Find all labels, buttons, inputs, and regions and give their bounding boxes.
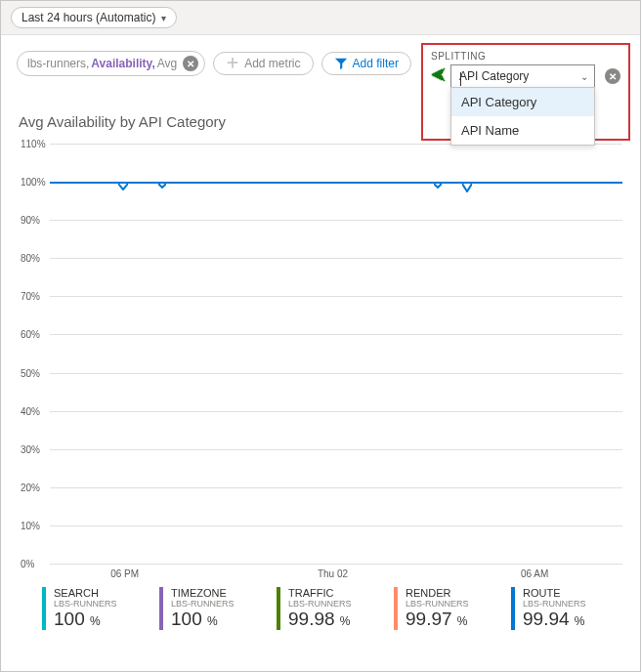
legend-value: 100	[54, 609, 85, 629]
metric-pill[interactable]: lbs-runners, Availability, Avg ✕	[17, 51, 205, 76]
remove-metric-icon[interactable]: ✕	[183, 56, 198, 71]
timerange-pill[interactable]: Last 24 hours (Automatic) ▾	[11, 7, 177, 28]
remove-splitting-icon[interactable]: ✕	[605, 68, 620, 84]
gridline	[50, 258, 622, 259]
legend-color-bar	[394, 587, 398, 630]
gridline	[50, 564, 622, 565]
splitting-label: SPLITTING	[431, 51, 620, 62]
x-tick: Thu 02	[318, 568, 348, 579]
legend-sublabel: LBS-RUNNERS	[288, 599, 352, 609]
gridline	[50, 334, 622, 335]
y-tick: 30%	[21, 443, 40, 454]
add-filter-label: Add filter	[353, 57, 399, 70]
gridline	[50, 220, 622, 221]
y-tick: 60%	[21, 329, 40, 340]
plus-sparkle-icon	[226, 57, 239, 70]
dip	[434, 184, 442, 189]
legend-unit: %	[90, 614, 101, 628]
chevron-down-icon: ▾	[161, 13, 166, 23]
filter-icon	[334, 57, 348, 70]
legend-value: 99.98	[288, 609, 335, 629]
y-tick: 0%	[21, 559, 34, 569]
controls-row: lbs-runners, Availability, Avg ✕ Add met…	[1, 35, 640, 86]
legend-category: SEARCH	[54, 587, 117, 599]
add-metric-label: Add metric	[244, 57, 300, 70]
metric-name: Availability,	[89, 57, 156, 70]
legend-sublabel: LBS-RUNNERS	[171, 599, 235, 609]
gridline	[50, 487, 622, 488]
legend-unit: %	[207, 614, 218, 628]
collapse-splitting-icon[interactable]: ⮜	[431, 67, 447, 85]
splitting-dropdown: API Category API Name	[450, 87, 595, 146]
dip	[118, 184, 126, 189]
add-metric-button[interactable]: Add metric	[213, 52, 313, 75]
add-filter-button[interactable]: Add filter	[321, 52, 411, 75]
legend-sublabel: LBS-RUNNERS	[523, 599, 586, 609]
dip	[462, 184, 470, 189]
gridline	[50, 449, 622, 450]
dropdown-option[interactable]: API Name	[451, 116, 594, 145]
x-tick: 06 AM	[521, 568, 548, 579]
y-tick: 80%	[21, 253, 40, 264]
legend-value: 99.97	[406, 609, 452, 629]
x-tick: 06 PM	[110, 568, 139, 579]
legend-item[interactable]: RENDER LBS-RUNNERS 99.97 %	[394, 587, 495, 631]
y-tick: 40%	[21, 405, 40, 416]
legend-item[interactable]: TRAFFIC LBS-RUNNERS 99.98 %	[277, 587, 378, 631]
legend-item[interactable]: ROUTE LBS-RUNNERS 99.94 %	[511, 587, 613, 631]
y-tick: 90%	[21, 215, 40, 226]
legend-category: ROUTE	[523, 587, 586, 599]
data-line	[50, 182, 622, 184]
y-tick: 70%	[21, 291, 40, 302]
legend-item[interactable]: SEARCH LBS-RUNNERS 100 %	[42, 587, 144, 631]
legend-unit: %	[457, 614, 468, 628]
legend-category: RENDER	[406, 587, 469, 599]
gridline	[50, 411, 622, 412]
legend-color-bar	[42, 587, 46, 630]
top-toolbar: Last 24 hours (Automatic) ▾	[1, 1, 640, 35]
metric-agg: Avg	[157, 57, 177, 70]
legend-sublabel: LBS-RUNNERS	[54, 599, 117, 609]
dip	[158, 184, 166, 189]
chart-area: 110% 100% 90% 80% 70% 60% 50% 40% 30% 20…	[15, 144, 626, 564]
legend-color-bar	[511, 587, 515, 630]
metric-namespace: lbs-runners,	[27, 57, 89, 70]
legend-sublabel: LBS-RUNNERS	[406, 599, 469, 609]
legend-color-bar	[159, 587, 163, 630]
gridline	[50, 525, 622, 526]
y-tick: 20%	[21, 482, 40, 492]
timerange-label: Last 24 hours (Automatic)	[21, 11, 155, 24]
gridline	[50, 296, 622, 297]
y-tick: 100%	[21, 177, 46, 188]
legend-unit: %	[340, 614, 351, 628]
chevron-down-icon: ⌄	[580, 71, 588, 82]
text-cursor	[460, 72, 461, 86]
legend-item[interactable]: TIMEZONE LBS-RUNNERS 100 %	[159, 587, 261, 631]
legend-category: TRAFFIC	[288, 587, 352, 599]
y-tick: 10%	[21, 520, 40, 530]
legend-value: 99.94	[523, 609, 570, 629]
legend-category: TIMEZONE	[171, 587, 235, 599]
legend-unit: %	[575, 614, 585, 628]
legend-color-bar	[277, 587, 280, 630]
splitting-value: API Category	[457, 69, 529, 83]
y-tick: 110%	[21, 139, 46, 149]
splitting-panel: SPLITTING ⮜ API Category ⌄ API Category …	[421, 43, 630, 141]
y-tick: 50%	[21, 367, 40, 378]
dropdown-option[interactable]: API Category	[451, 88, 594, 116]
splitting-select[interactable]: API Category ⌄ API Category API Name	[450, 64, 595, 88]
gridline	[50, 373, 622, 374]
legend-value: 100	[171, 609, 202, 629]
